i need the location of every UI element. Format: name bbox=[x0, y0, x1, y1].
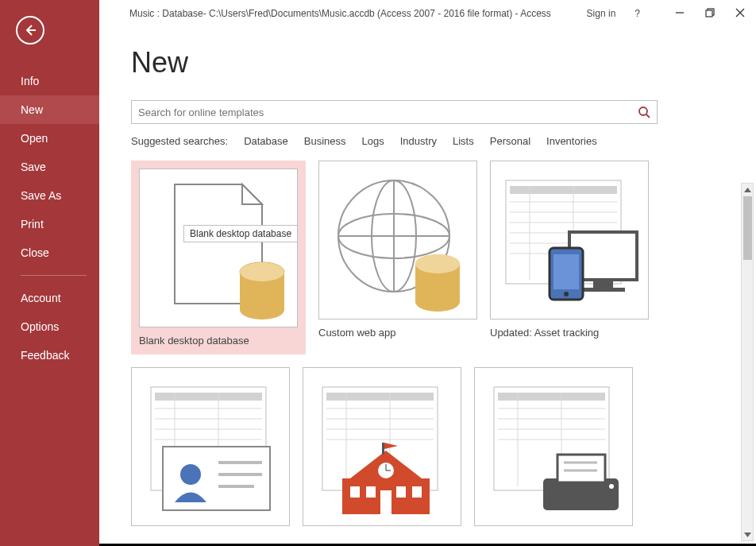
globe-db-icon bbox=[326, 168, 469, 312]
sidebar-item-close[interactable]: Close bbox=[0, 238, 99, 267]
svg-rect-32 bbox=[554, 254, 579, 289]
svg-rect-30 bbox=[581, 288, 625, 292]
page-title: New bbox=[131, 46, 732, 79]
svg-point-16 bbox=[415, 292, 460, 312]
sidebar-item-open[interactable]: Open bbox=[0, 124, 99, 153]
school-icon bbox=[307, 375, 457, 518]
svg-rect-57 bbox=[382, 443, 384, 455]
suggested-link-business[interactable]: Business bbox=[304, 135, 346, 147]
svg-point-7 bbox=[240, 300, 284, 319]
svg-rect-63 bbox=[366, 486, 376, 498]
search-input[interactable] bbox=[138, 106, 638, 118]
sidebar-item-saveas[interactable]: Save As bbox=[0, 181, 99, 210]
sidebar-separator bbox=[21, 275, 87, 276]
suggested-link-personal[interactable]: Personal bbox=[490, 135, 530, 147]
sidebar-item-account[interactable]: Account bbox=[0, 284, 99, 312]
scroll-up-icon[interactable] bbox=[742, 184, 753, 196]
printer-icon bbox=[478, 375, 629, 518]
svg-rect-1 bbox=[706, 10, 712, 17]
vertical-scrollbar[interactable] bbox=[741, 183, 754, 541]
template-contacts[interactable] bbox=[131, 367, 290, 526]
tooltip: Blank desktop database bbox=[183, 225, 298, 242]
sidebar-item-new[interactable]: New bbox=[0, 95, 99, 124]
suggested-label: Suggested searches: bbox=[131, 135, 228, 147]
svg-rect-62 bbox=[350, 486, 360, 498]
svg-rect-64 bbox=[396, 486, 406, 498]
svg-rect-29 bbox=[593, 281, 613, 288]
svg-rect-76 bbox=[557, 455, 605, 482]
asset-tracking-icon bbox=[494, 168, 645, 312]
svg-point-17 bbox=[415, 254, 460, 273]
svg-rect-66 bbox=[380, 490, 392, 514]
search-icon[interactable] bbox=[638, 106, 650, 118]
back-button[interactable] bbox=[16, 16, 44, 45]
template-students[interactable] bbox=[303, 367, 461, 526]
contacts-icon bbox=[135, 375, 286, 518]
suggested-link-industry[interactable]: Industry bbox=[400, 135, 437, 147]
suggested-link-lists[interactable]: Lists bbox=[453, 135, 474, 147]
scroll-down-icon[interactable] bbox=[742, 529, 753, 540]
search-box[interactable] bbox=[131, 100, 658, 124]
scroll-thumb[interactable] bbox=[743, 196, 752, 260]
template-label: Updated: Asset tracking bbox=[490, 327, 649, 339]
blank-db-icon bbox=[151, 176, 286, 319]
svg-marker-4 bbox=[242, 184, 262, 204]
svg-point-33 bbox=[564, 292, 569, 296]
svg-point-2 bbox=[639, 107, 647, 115]
suggested-link-logs[interactable]: Logs bbox=[362, 135, 384, 147]
template-asset-tracking[interactable]: Updated: Asset tracking bbox=[490, 161, 649, 354]
sidebar-item-save[interactable]: Save bbox=[0, 153, 99, 181]
template-label: Custom web app bbox=[318, 327, 477, 339]
minimize-icon[interactable] bbox=[675, 8, 685, 20]
signin-link[interactable]: Sign in bbox=[587, 8, 616, 19]
svg-point-79 bbox=[609, 484, 614, 489]
template-label: Blank desktop database bbox=[139, 335, 298, 347]
svg-rect-68 bbox=[498, 393, 605, 401]
svg-rect-65 bbox=[412, 486, 422, 498]
svg-rect-19 bbox=[510, 186, 617, 194]
svg-point-43 bbox=[180, 464, 201, 485]
sidebar-item-options[interactable]: Options bbox=[0, 312, 99, 341]
suggested-link-inventories[interactable]: Inventories bbox=[546, 135, 597, 147]
template-custom-web-app[interactable]: Custom web app bbox=[318, 161, 477, 354]
window-title: Music : Database- C:\Users\Fred\Document… bbox=[129, 8, 587, 19]
sidebar-item-info[interactable]: Info bbox=[0, 67, 99, 95]
close-icon[interactable] bbox=[735, 8, 745, 20]
template-blank-desktop-database[interactable]: Blank desktop database Blank desktop dat… bbox=[131, 161, 306, 354]
sidebar-item-feedback[interactable]: Feedback bbox=[0, 341, 99, 370]
svg-point-8 bbox=[240, 262, 284, 281]
template-fax[interactable] bbox=[474, 367, 633, 526]
help-button[interactable]: ? bbox=[634, 8, 640, 19]
suggested-link-database[interactable]: Database bbox=[244, 135, 288, 147]
restore-icon[interactable] bbox=[705, 8, 715, 20]
svg-rect-35 bbox=[155, 393, 262, 401]
svg-rect-48 bbox=[326, 393, 434, 401]
back-arrow-icon bbox=[23, 23, 37, 37]
sidebar-item-print[interactable]: Print bbox=[0, 210, 99, 238]
